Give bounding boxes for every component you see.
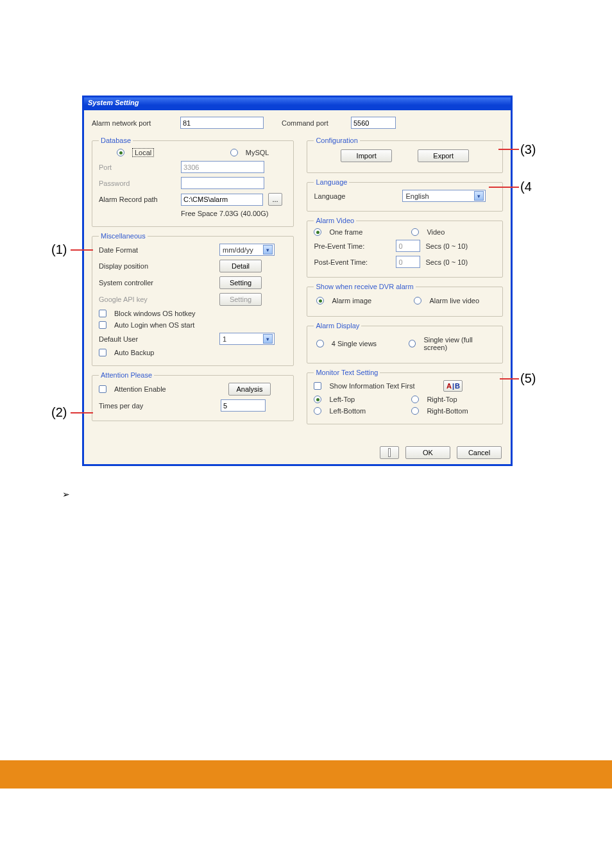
callout-5-line [500,378,519,380]
alarm-image-label[interactable]: Alarm image [332,297,409,305]
export-button[interactable]: Export [418,149,469,162]
misc-legend: Miscellaneous [99,232,148,240]
callout-4-line [489,187,519,188]
right-top-radio[interactable] [411,396,419,403]
alarm-video-fieldset: Alarm Video One frame Video Pre-Event Ti… [307,217,503,278]
alarm-live-label[interactable]: Alarm live video [429,297,479,305]
free-space-text: Free Space 7.03G (40.00G) [181,210,268,217]
command-port-input[interactable] [351,117,396,129]
keyboard-icon [388,448,391,457]
post-event-input [396,256,420,268]
right-bottom-label[interactable]: Right-Bottom [427,407,468,415]
system-controller-setting-button[interactable]: Setting [219,276,262,289]
google-api-label: Google API key [99,296,214,303]
db-local-label[interactable]: Local [132,148,154,157]
alarm-network-port-input[interactable] [180,117,264,129]
date-format-value: mm/dd/yy [223,246,260,254]
db-password-label: Password [99,179,176,187]
date-format-select[interactable]: mm/dd/yy ▾ [219,244,275,256]
columns: Database Local MySQL Port [92,133,503,430]
auto-backup-label[interactable]: Auto Backup [114,349,154,356]
pre-event-label: Pre-Event Time: [314,242,391,250]
callout-4: (4 [520,179,532,194]
attention-enable-checkbox[interactable] [99,385,106,393]
display-position-label: Display position [99,262,214,270]
import-button[interactable]: Import [341,149,392,162]
callout-1: (1) [51,242,67,257]
right-column: Configuration Import Export Language Lan… [307,133,503,430]
alarm-record-path-input[interactable] [181,194,263,206]
google-api-setting-button: Setting [219,293,262,306]
top-row: Alarm network port Command port [92,117,503,129]
alarm-live-radio[interactable] [414,297,421,305]
times-per-day-input[interactable] [221,399,266,412]
one-frame-radio[interactable] [314,228,321,236]
four-single-label[interactable]: 4 Single views [332,340,404,347]
auto-login-label[interactable]: Auto Login when OS start [114,321,194,329]
video-label[interactable]: Video [427,228,445,236]
alarm-record-path-label: Alarm Record path [99,196,176,203]
configuration-legend: Configuration [314,137,359,144]
default-user-value: 1 [223,335,260,343]
left-top-radio[interactable] [314,396,321,403]
callout-3: (3) [520,142,536,157]
post-event-label: Post-Event Time: [314,258,391,266]
left-bottom-label[interactable]: Left-Bottom [329,407,406,415]
language-value: English [405,192,472,200]
system-controller-label: System controller [99,279,214,287]
footer-bar [0,760,612,789]
browse-path-button[interactable]: ... [268,193,282,206]
four-single-radio[interactable] [316,340,323,347]
window-body: Alarm network port Command port Database… [84,110,511,464]
alarm-image-radio[interactable] [316,297,324,305]
attention-enable-label[interactable]: Attention Enable [114,385,223,393]
single-full-label[interactable]: Single view (full screen) [423,336,493,351]
alarm-display-legend: Alarm Display [314,322,361,330]
left-bottom-radio[interactable] [314,407,321,415]
auto-backup-checkbox[interactable] [99,349,106,356]
callout-2: (2) [51,405,67,420]
font-button[interactable]: A|B [443,380,463,392]
keyboard-button[interactable] [380,446,399,459]
page-root: System Setting Alarm network port Comman… [0,0,612,868]
show-info-first-checkbox[interactable] [314,382,321,390]
cancel-button[interactable]: Cancel [457,446,502,459]
bullet-arrow: ➢ [62,489,70,499]
language-legend: Language [314,178,349,186]
db-password-input [181,177,264,189]
video-radio[interactable] [411,228,419,236]
alarm-video-legend: Alarm Video [314,217,356,224]
db-mysql-label[interactable]: MySQL [246,149,269,156]
right-top-label[interactable]: Right-Top [427,396,457,403]
chevron-down-icon: ▾ [263,245,273,255]
configuration-fieldset: Configuration Import Export [307,137,503,173]
date-format-label: Date Format [99,246,214,254]
alarm-display-fieldset: Alarm Display 4 Single views Single view… [307,322,503,363]
pre-event-range: Secs (0 ~ 10) [425,242,468,250]
block-hotkey-checkbox[interactable] [99,310,106,317]
language-select[interactable]: English ▾ [402,190,486,202]
db-mysql-radio[interactable] [230,149,238,156]
default-user-select[interactable]: 1 ▾ [219,333,275,345]
ok-button[interactable]: OK [405,446,450,459]
one-frame-label[interactable]: One frame [329,228,406,236]
window-titlebar: System Setting [84,97,511,110]
chevron-down-icon: ▾ [263,334,273,344]
show-info-first-label[interactable]: Show Information Text First [329,382,438,390]
attention-legend: Attention Please [99,371,154,379]
database-fieldset: Database Local MySQL Port [92,137,294,227]
times-per-day-label: Times per day [99,402,216,410]
analysis-button[interactable]: Analysis [228,383,271,396]
db-local-radio[interactable] [117,149,124,156]
auto-login-checkbox[interactable] [99,321,106,329]
chevron-down-icon: ▾ [474,191,484,201]
monitor-text-legend: Monitor Text Setting [314,369,380,376]
block-hotkey-label[interactable]: Block windows OS hotkey [114,310,196,317]
left-top-label[interactable]: Left-Top [329,396,406,403]
detail-button[interactable]: Detail [219,260,262,272]
right-bottom-radio[interactable] [411,407,419,415]
language-fieldset: Language Language English ▾ [307,178,503,212]
attention-fieldset: Attention Please Attention Enable Analys… [92,371,294,421]
misc-fieldset: Miscellaneous Date Format mm/dd/yy ▾ Dis… [92,232,294,366]
single-full-radio[interactable] [409,340,416,347]
